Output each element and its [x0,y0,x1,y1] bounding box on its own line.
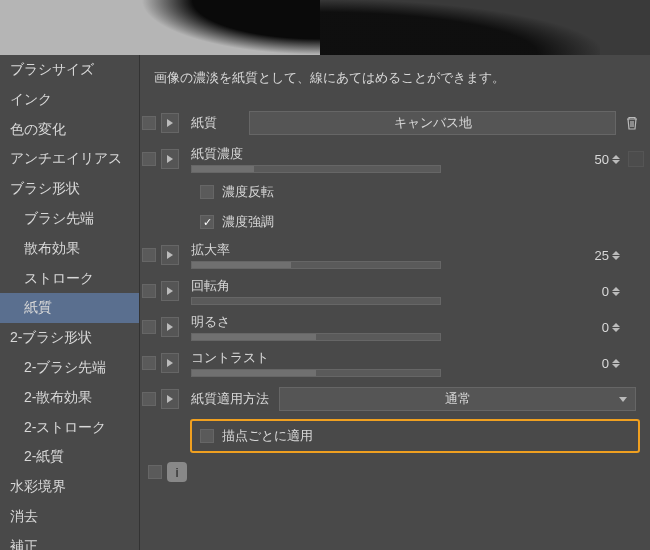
settings-content: 画像の濃淡を紙質として、線にあてはめることができます。 紙質 キャンバス地 紙質… [140,55,650,550]
contrast-enable-checkbox[interactable] [142,356,156,370]
density-enable-checkbox[interactable] [142,152,156,166]
rotation-slider[interactable] [191,297,441,305]
sidebar-item-13[interactable]: 2-紙質 [0,442,139,472]
apply-method-dropdown[interactable]: 通常 [279,387,636,411]
brightness-enable-checkbox[interactable] [142,320,156,334]
contrast-slider[interactable] [191,369,441,377]
sidebar-item-15[interactable]: 消去 [0,502,139,532]
apply-per-point-checkbox[interactable] [200,429,214,443]
brightness-slider[interactable] [191,333,441,341]
texture-enable-checkbox[interactable] [142,116,156,130]
sidebar-item-10[interactable]: 2-ブラシ先端 [0,353,139,383]
contrast-value[interactable]: 0 [602,356,609,371]
sidebar-item-8[interactable]: 紙質 [0,293,139,323]
spinner-icon[interactable] [612,287,620,296]
emphasize-density-checkbox[interactable]: ✓ [200,215,214,229]
sidebar-item-16[interactable]: 補正 [0,532,139,550]
apply-per-point-label: 描点ごとに適用 [222,427,313,445]
sidebar-item-6[interactable]: 散布効果 [0,234,139,264]
invert-density-checkbox[interactable] [200,185,214,199]
sidebar-item-11[interactable]: 2-散布効果 [0,383,139,413]
expand-icon[interactable] [161,245,179,265]
rotation-value[interactable]: 0 [602,284,609,299]
density-label: 紙質濃度 [191,145,243,163]
spinner-icon[interactable] [612,359,620,368]
sidebar-item-7[interactable]: ストローク [0,264,139,294]
description-text: 画像の濃淡を紙質として、線にあてはめることができます。 [140,55,650,105]
sidebar-item-2[interactable]: 色の変化 [0,115,139,145]
highlighted-option: 描点ごとに適用 [190,419,640,453]
brush-preview [0,0,650,55]
preview-panel-right [320,0,650,55]
texture-label: 紙質 [179,114,249,132]
emphasize-density-label: 濃度強調 [222,213,274,231]
category-sidebar: ブラシサイズインク色の変化アンチエイリアスブラシ形状ブラシ先端散布効果ストローク… [0,55,140,550]
spinner-icon[interactable] [612,155,620,164]
sidebar-item-14[interactable]: 水彩境界 [0,472,139,502]
expand-icon[interactable] [161,281,179,301]
density-value[interactable]: 50 [595,152,609,167]
expand-icon[interactable] [161,317,179,337]
info-icon[interactable]: i [167,462,187,482]
density-slider[interactable] [191,165,441,173]
apply-method-enable-checkbox[interactable] [142,392,156,406]
bottom-enable-checkbox[interactable] [148,465,162,479]
scale-enable-checkbox[interactable] [142,248,156,262]
sidebar-item-12[interactable]: 2-ストローク [0,413,139,443]
scale-slider[interactable] [191,261,441,269]
texture-dropdown[interactable]: キャンバス地 [249,111,616,135]
apply-method-label: 紙質適用方法 [179,390,279,408]
expand-icon[interactable] [161,353,179,373]
sidebar-item-4[interactable]: ブラシ形状 [0,174,139,204]
sidebar-item-0[interactable]: ブラシサイズ [0,55,139,85]
brightness-value[interactable]: 0 [602,320,609,335]
trash-icon[interactable] [622,112,642,134]
expand-icon[interactable] [161,113,179,133]
sidebar-item-3[interactable]: アンチエイリアス [0,144,139,174]
scale-value[interactable]: 25 [595,248,609,263]
preview-panel-left [0,0,320,55]
spinner-icon[interactable] [612,323,620,332]
spinner-icon[interactable] [612,251,620,260]
rotation-enable-checkbox[interactable] [142,284,156,298]
contrast-label: コントラスト [191,349,269,367]
link-icon[interactable] [628,151,644,167]
invert-density-label: 濃度反転 [222,183,274,201]
expand-icon[interactable] [161,149,179,169]
rotation-label: 回転角 [191,277,230,295]
expand-icon[interactable] [161,389,179,409]
sidebar-item-1[interactable]: インク [0,85,139,115]
brightness-label: 明るさ [191,313,230,331]
sidebar-item-5[interactable]: ブラシ先端 [0,204,139,234]
sidebar-item-9[interactable]: 2-ブラシ形状 [0,323,139,353]
scale-label: 拡大率 [191,241,230,259]
